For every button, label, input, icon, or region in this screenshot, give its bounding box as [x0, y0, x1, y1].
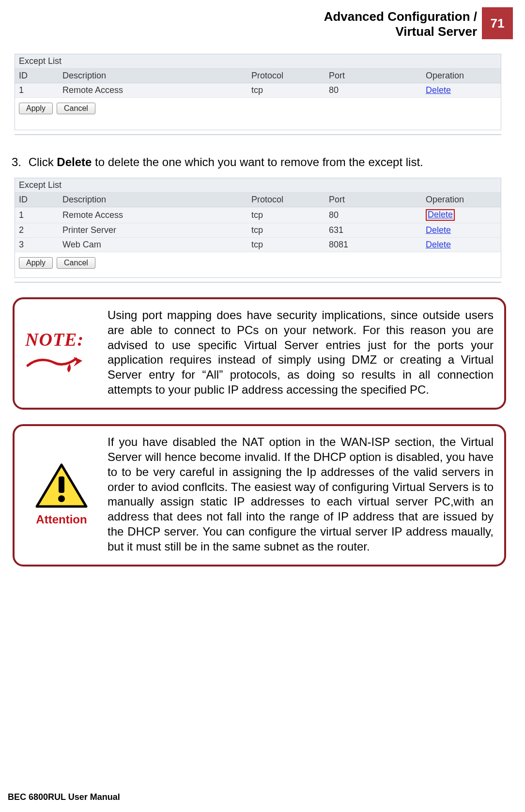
page-number-box: 71: [482, 7, 513, 39]
attention-callout: Attention If you have disabled the NAT o…: [13, 424, 506, 567]
cell-proto: tcp: [247, 238, 325, 252]
divider: [15, 134, 501, 135]
svg-rect-1: [59, 476, 64, 493]
svg-point-2: [58, 495, 65, 502]
page-number: 71: [491, 16, 505, 31]
cell-desc: Printer Server: [59, 223, 247, 238]
step-text-suffix: to delete the one which you want to remo…: [92, 155, 423, 169]
cell-desc: Web Cam: [59, 238, 247, 252]
delete-link[interactable]: Delete: [426, 225, 451, 235]
note-hand-icon: [25, 346, 88, 374]
delete-link-highlighted[interactable]: Delete: [426, 209, 455, 221]
header-title-line2: Virtual Server: [395, 24, 477, 39]
except-list-panel-1: Except List ID Description Protocol Port…: [15, 54, 501, 130]
except-list-table-2: ID Description Protocol Port Operation 1…: [15, 193, 501, 252]
button-row: Apply Cancel: [15, 252, 501, 270]
cell-port: 80: [325, 207, 422, 223]
col-port-header: Port: [325, 69, 422, 83]
step-3-instruction: 3. Click Delete to delete the one which …: [6, 155, 513, 169]
cell-port: 80: [325, 83, 422, 98]
col-op-header: Operation: [422, 69, 501, 83]
except-list-title: Except List: [15, 54, 501, 69]
cell-desc: Remote Access: [59, 207, 247, 223]
except-list-panel-2: Except List ID Description Protocol Port…: [15, 178, 501, 278]
cell-port: 8081: [325, 238, 422, 252]
header-title: Advanced Configuration / Virtual Server: [324, 7, 482, 39]
table-row: 1 Remote Access tcp 80 Delete: [15, 207, 501, 223]
note-text: Using port mapping does have security im…: [108, 308, 494, 397]
cell-id: 1: [15, 207, 59, 223]
header-title-line1: Advanced Configuration /: [324, 9, 477, 24]
step-text-prefix: Click: [29, 155, 57, 169]
table-row: 3 Web Cam tcp 8081 Delete: [15, 238, 501, 252]
attention-text: If you have disabled the NAT option in t…: [108, 435, 494, 554]
cell-proto: tcp: [247, 223, 325, 238]
page-header: Advanced Configuration / Virtual Server …: [6, 7, 513, 39]
cell-id: 3: [15, 238, 59, 252]
cancel-button[interactable]: Cancel: [57, 103, 95, 114]
delete-link[interactable]: Delete: [426, 85, 451, 95]
cell-port: 631: [325, 223, 422, 238]
table-header-row: ID Description Protocol Port Operation: [15, 69, 501, 83]
warning-triangle-icon: [35, 463, 88, 509]
cell-id: 1: [15, 83, 59, 98]
cell-id: 2: [15, 223, 59, 238]
col-desc-header: Description: [59, 69, 247, 83]
note-callout: NOTE: Using port mapping does have secur…: [13, 297, 506, 410]
except-list-table-1: ID Description Protocol Port Operation 1…: [15, 69, 501, 98]
divider: [15, 282, 501, 283]
table-row: 2 Printer Server tcp 631 Delete: [15, 223, 501, 238]
col-id-header: ID: [15, 193, 59, 207]
except-list-title: Except List: [15, 178, 501, 193]
cell-proto: tcp: [247, 83, 325, 98]
col-proto-header: Protocol: [247, 69, 325, 83]
apply-button[interactable]: Apply: [19, 257, 53, 269]
step-text-bold: Delete: [57, 155, 92, 169]
table-row: 1 Remote Access tcp 80 Delete: [15, 83, 501, 98]
col-proto-header: Protocol: [247, 193, 325, 207]
col-port-header: Port: [325, 193, 422, 207]
table-header-row: ID Description Protocol Port Operation: [15, 193, 501, 207]
step-number: 3.: [6, 155, 21, 169]
button-row: Apply Cancel: [15, 98, 501, 115]
footer-text: BEC 6800RUL User Manual: [8, 792, 120, 802]
delete-link[interactable]: Delete: [426, 240, 451, 249]
note-icon: NOTE:: [25, 329, 98, 376]
apply-button[interactable]: Apply: [19, 103, 53, 114]
col-id-header: ID: [15, 69, 59, 83]
attention-icon: Attention: [25, 463, 98, 526]
attention-label: Attention: [25, 513, 98, 526]
col-op-header: Operation: [422, 193, 501, 207]
cell-proto: tcp: [247, 207, 325, 223]
col-desc-header: Description: [59, 193, 247, 207]
cancel-button[interactable]: Cancel: [57, 257, 95, 269]
cell-desc: Remote Access: [59, 83, 247, 98]
